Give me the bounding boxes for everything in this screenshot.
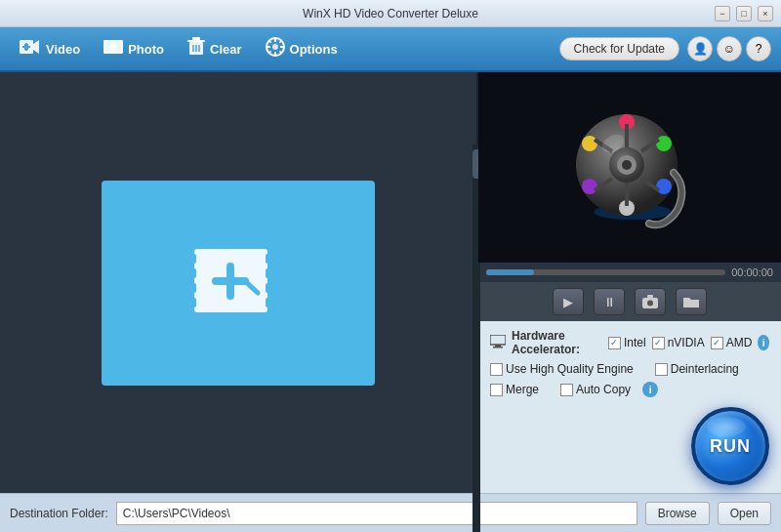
app-title: WinX HD Video Converter Deluxe bbox=[66, 7, 715, 20]
svg-rect-29 bbox=[186, 298, 196, 307]
close-button[interactable]: × bbox=[758, 6, 773, 21]
svg-line-22 bbox=[279, 51, 281, 53]
svg-rect-28 bbox=[186, 283, 196, 293]
run-button-label: RUN bbox=[710, 436, 751, 457]
svg-point-56 bbox=[647, 301, 653, 307]
smiley-icon[interactable]: ☺ bbox=[717, 36, 742, 61]
svg-point-47 bbox=[622, 160, 632, 170]
autocopy-check[interactable]: Auto Copy bbox=[560, 383, 631, 396]
run-button-area: RUN bbox=[490, 403, 769, 485]
nvidia-checkbox[interactable]: ✓ bbox=[652, 337, 665, 349]
toolbar: Video Photo Clear bbox=[0, 27, 781, 72]
svg-point-8 bbox=[111, 45, 115, 49]
merge-autocopy-row: Merge Auto Copy i bbox=[490, 382, 769, 397]
destination-input[interactable] bbox=[116, 502, 637, 525]
hw-info-icon[interactable]: i bbox=[758, 335, 769, 350]
autocopy-checkbox[interactable] bbox=[560, 384, 573, 396]
reel-container bbox=[561, 100, 698, 236]
add-video-icon bbox=[185, 239, 292, 327]
left-panel bbox=[0, 72, 478, 493]
svg-rect-31 bbox=[266, 268, 275, 278]
run-button[interactable]: RUN bbox=[691, 407, 769, 485]
hq-check[interactable]: Use High Quality Engine bbox=[490, 362, 634, 376]
progress-bar-area: 00:00:00 bbox=[478, 263, 781, 282]
autocopy-info-icon[interactable]: i bbox=[642, 382, 658, 397]
browse-button[interactable]: Browse bbox=[645, 502, 710, 525]
hq-deinterlacing-row: Use High Quality Engine Deinterlacing bbox=[490, 362, 769, 376]
svg-line-24 bbox=[268, 51, 270, 53]
hq-checkbox[interactable] bbox=[490, 363, 503, 376]
svg-point-41 bbox=[656, 179, 672, 194]
svg-point-20 bbox=[272, 44, 278, 50]
photo-button[interactable]: Photo bbox=[94, 34, 174, 64]
svg-rect-60 bbox=[493, 347, 503, 348]
svg-rect-59 bbox=[495, 345, 501, 347]
destination-label: Destination Folder: bbox=[10, 507, 108, 520]
svg-rect-27 bbox=[186, 268, 196, 278]
intel-check[interactable]: ✓ Intel bbox=[608, 336, 646, 349]
play-button[interactable]: ▶ bbox=[553, 288, 584, 315]
user-account-icon[interactable]: 👤 bbox=[687, 36, 713, 61]
svg-line-21 bbox=[268, 40, 270, 42]
main-content: 00:00:00 ▶ ⏸ bbox=[0, 72, 781, 493]
monitor-icon bbox=[490, 335, 506, 351]
clear-button-label: Clear bbox=[210, 42, 242, 57]
folder-button[interactable] bbox=[676, 288, 707, 315]
deinterlacing-label: Deinterlacing bbox=[671, 362, 739, 376]
amd-checkbox[interactable]: ✓ bbox=[711, 337, 723, 349]
intel-checkbox[interactable]: ✓ bbox=[608, 337, 621, 349]
svg-point-43 bbox=[582, 179, 597, 194]
photo-button-label: Photo bbox=[128, 42, 164, 57]
svg-rect-11 bbox=[192, 37, 200, 40]
nvidia-label: nVIDIA bbox=[668, 336, 705, 349]
snapshot-button[interactable] bbox=[635, 288, 666, 315]
svg-rect-58 bbox=[490, 335, 506, 345]
svg-rect-30 bbox=[266, 254, 275, 264]
options-button[interactable]: Options bbox=[256, 33, 348, 65]
svg-rect-57 bbox=[647, 295, 653, 298]
progress-time: 00:00:00 bbox=[731, 266, 773, 278]
open-button[interactable]: Open bbox=[718, 502, 771, 525]
bottom-bar: Destination Folder: Browse Open bbox=[0, 493, 781, 532]
svg-line-23 bbox=[279, 40, 281, 42]
minimize-button[interactable]: − bbox=[715, 6, 730, 21]
hq-label: Use High Quality Engine bbox=[506, 362, 634, 376]
maximize-button[interactable]: □ bbox=[736, 6, 752, 21]
svg-point-44 bbox=[582, 136, 597, 151]
video-button[interactable]: Video bbox=[10, 34, 90, 64]
photo-icon bbox=[103, 38, 123, 61]
player-controls: ▶ ⏸ bbox=[478, 282, 781, 321]
titlebar: WinX HD Video Converter Deluxe − □ × bbox=[0, 0, 781, 27]
right-panel: 00:00:00 ▶ ⏸ bbox=[478, 72, 781, 493]
nvidia-check[interactable]: ✓ nVIDIA bbox=[652, 336, 705, 349]
options-icon bbox=[266, 37, 285, 61]
window-controls: − □ × bbox=[715, 6, 773, 21]
hw-accelerator-label: Hardware Accelerator: bbox=[512, 329, 602, 356]
video-add-icon bbox=[20, 38, 41, 61]
toolbar-right: Check for Update 👤 ☺ ? bbox=[559, 36, 771, 61]
check-update-button[interactable]: Check for Update bbox=[559, 37, 679, 61]
deinterlacing-check[interactable]: Deinterlacing bbox=[655, 362, 739, 376]
deinterlacing-checkbox[interactable] bbox=[655, 363, 668, 376]
progress-fill bbox=[486, 269, 534, 275]
add-video-drop-zone[interactable] bbox=[102, 181, 375, 386]
progress-track[interactable] bbox=[486, 269, 725, 275]
autocopy-label: Auto Copy bbox=[576, 383, 631, 396]
intel-label: Intel bbox=[624, 336, 646, 349]
merge-checkbox[interactable] bbox=[490, 384, 503, 396]
preview-area bbox=[478, 72, 781, 263]
svg-marker-1 bbox=[33, 40, 39, 54]
amd-label: AMD bbox=[726, 336, 753, 349]
svg-rect-32 bbox=[266, 283, 275, 293]
hw-accelerator-row: Hardware Accelerator: ✓ Intel ✓ nVIDIA ✓… bbox=[490, 329, 769, 356]
merge-check[interactable]: Merge bbox=[490, 383, 539, 396]
svg-rect-33 bbox=[266, 298, 275, 307]
video-button-label: Video bbox=[46, 42, 80, 57]
pause-button[interactable]: ⏸ bbox=[594, 288, 625, 315]
merge-label: Merge bbox=[506, 383, 539, 396]
help-icon[interactable]: ? bbox=[746, 36, 771, 61]
user-icons-group: 👤 ☺ ? bbox=[687, 36, 771, 61]
amd-check[interactable]: ✓ AMD bbox=[711, 336, 753, 349]
clear-button[interactable]: Clear bbox=[178, 33, 252, 65]
svg-rect-10 bbox=[187, 40, 205, 42]
